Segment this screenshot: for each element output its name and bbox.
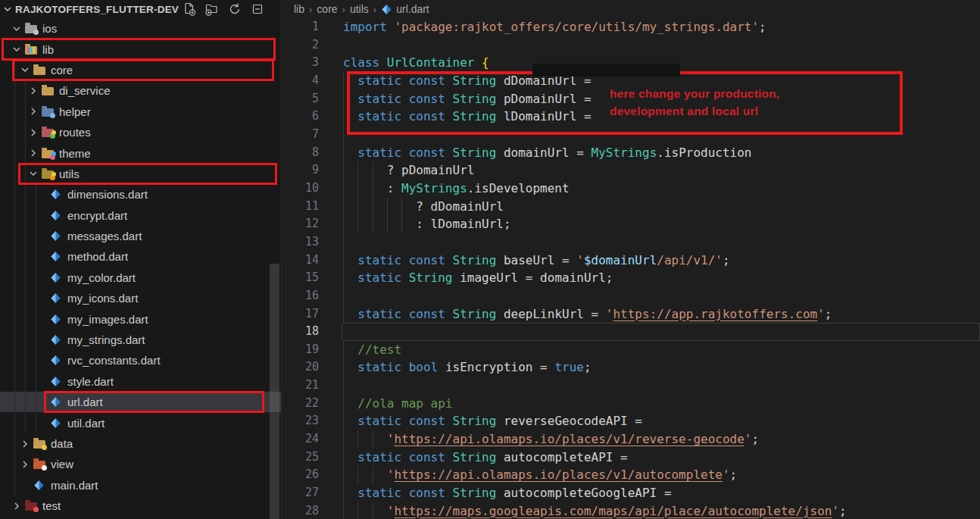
code-line-8[interactable]: 8 static const String domainUrl = MyStri… [282,144,980,162]
code-text[interactable]: ? pDomainUrl [319,161,980,180]
code-text[interactable]: class UrlContainer { [319,54,980,72]
code-text[interactable]: static const String baseUrl = '$domainUr… [319,252,980,270]
code-text[interactable]: 'https://api.olamaps.io/places/v1/autoco… [319,466,980,484]
code-text[interactable] [319,126,980,144]
chevron-down-icon[interactable] [11,23,25,35]
tree-item-method-dart[interactable]: method.dart [0,246,281,267]
code-line-17[interactable]: 17 static const String deepLinkUrl = 'ht… [282,305,980,324]
tree-item-test[interactable]: test [0,496,281,516]
code-line-24[interactable]: 24 'https://api.olamaps.io/places/v1/rev… [282,430,980,449]
tree-item-data[interactable]: data [0,433,281,454]
code-line-15[interactable]: 15 static String imageUrl = domainUrl; [282,269,980,287]
code-text[interactable]: ? dDomainUrl [319,198,980,216]
refresh-icon[interactable] [228,2,242,16]
code-line-12[interactable]: 12 : lDomainUrl; [282,215,980,233]
breadcrumb-item-lib[interactable]: lib [294,3,304,15]
tree-item-util-dart[interactable]: util.dart [0,412,281,433]
new-folder-icon[interactable] [205,2,219,16]
chevron-right-icon[interactable] [27,85,42,97]
tree-item-core[interactable]: core [0,60,281,80]
code-line-13[interactable]: 13 [282,233,980,252]
code-text[interactable]: import 'package:rajkot_offers/core/utils… [319,18,980,36]
breadcrumb-file[interactable]: url.dart [381,3,429,15]
chevron-right-icon[interactable] [27,127,42,139]
code-text[interactable] [319,377,980,395]
code-text[interactable] [319,233,980,252]
code-text[interactable] [319,36,980,55]
chevron-right-icon[interactable] [19,458,33,471]
tree-item-url-dart[interactable]: url.dart [0,392,281,412]
code-line-18[interactable]: 18 [282,323,980,341]
code-area[interactable]: here change your production, development… [282,18,980,519]
code-line-28[interactable]: 28 'https://maps.googleapis.com/maps/api… [282,502,980,519]
code-text[interactable]: static const String dDomainUrl = [319,72,980,90]
tree-item-rvc-constants-dart[interactable]: rvc_constants.dart [0,350,281,370]
code-text[interactable] [319,287,980,305]
code-line-19[interactable]: 19 //test [282,341,980,359]
chevron-right-icon[interactable] [11,500,25,512]
tree-item-lib[interactable]: lib [0,39,281,59]
collapse-folders-icon[interactable] [251,2,264,16]
code-text[interactable]: : MyStrings.isDevelopment [319,180,980,198]
code-text[interactable]: static const String lDomainUrl = [319,108,980,126]
tree-item-helper[interactable]: helper [0,102,281,122]
code-text[interactable] [319,323,980,341]
code-line-3[interactable]: 3class UrlContainer { [282,54,980,72]
tree-item-main-dart[interactable]: main.dart [0,475,281,496]
tree-item-routes[interactable]: routes [0,122,281,142]
tree-item-my-strings-dart[interactable]: my_strings.dart [0,330,281,350]
tree-item-view[interactable]: view [0,454,281,474]
code-line-14[interactable]: 14 static const String baseUrl = '$domai… [282,252,980,270]
chevron-down-icon[interactable] [19,64,33,76]
chevron-right-icon[interactable] [19,438,33,450]
explorer-section-header[interactable]: RAJKOTOFFERS_FLUTTER-DEV [0,0,281,18]
chevron-right-icon[interactable] [27,147,42,159]
code-line-2[interactable]: 2 [282,36,980,55]
code-line-1[interactable]: 1import 'package:rajkot_offers/core/util… [282,18,980,36]
code-text[interactable]: static const String autocompleteAPI = [319,449,980,467]
tree-item-di-service[interactable]: di_service [0,80,281,101]
tree-item-encrypt-dart[interactable]: encrypt.dart [0,205,281,226]
code-text[interactable]: //ola map api [319,395,980,413]
tree-item-my-color-dart[interactable]: my_color.dart [0,267,281,288]
code-text[interactable]: static const String deepLinkUrl = 'https… [319,305,980,324]
code-line-10[interactable]: 10 : MyStrings.isDevelopment [282,180,980,198]
code-text[interactable]: //test [319,341,980,359]
code-line-9[interactable]: 9 ? pDomainUrl [282,161,980,180]
code-line-26[interactable]: 26 'https://api.olamaps.io/places/v1/aut… [282,466,980,484]
breadcrumb-item-core[interactable]: core [317,3,337,15]
code-line-11[interactable]: 11 ? dDomainUrl [282,198,980,216]
code-text[interactable]: static const String domainUrl = MyString… [319,144,980,162]
tree-item-messages-dart[interactable]: messages.dart [0,226,281,246]
breadcrumb-item-utils[interactable]: utils [350,3,369,15]
code-line-20[interactable]: 20 static bool isEncryption = true; [282,358,980,377]
chevron-right-icon[interactable] [27,105,42,117]
tree-item-my-images-dart[interactable]: my_images.dart [0,308,281,329]
code-line-7[interactable]: 7 [282,126,980,144]
code-text[interactable]: static const String pDomainUrl = [319,90,980,108]
code-line-23[interactable]: 23 static const String reverseGeocodeAPI… [282,412,980,430]
code-line-25[interactable]: 25 static const String autocompleteAPI = [282,449,980,467]
code-line-5[interactable]: 5 static const String pDomainUrl = [282,90,980,108]
code-text[interactable]: static String imageUrl = domainUrl; [319,269,980,287]
tree-item-ios[interactable]: ios [0,18,281,39]
sidebar-scrollbar[interactable] [270,264,279,519]
code-line-16[interactable]: 16 [282,287,980,305]
tree-item-my-icons-dart[interactable]: my_icons.dart [0,288,281,308]
chevron-down-icon[interactable] [27,167,42,180]
code-line-27[interactable]: 27 static const String autocompleteGoogl… [282,484,980,502]
tree-item-utils[interactable]: utils [0,164,281,184]
tree-item-style-dart[interactable]: style.dart [0,371,281,392]
code-text[interactable]: static const String autocompleteGoogleAP… [319,484,980,502]
new-file-icon[interactable] [183,2,196,16]
code-line-21[interactable]: 21 [282,377,980,395]
code-text[interactable]: 'https://maps.googleapis.com/maps/api/pl… [319,502,980,519]
code-text[interactable]: static const String reverseGeocodeAPI = [319,412,980,430]
code-text[interactable]: static bool isEncryption = true; [319,358,980,377]
tree-item-dimensions-dart[interactable]: dimensions.dart [0,184,281,205]
chevron-down-icon[interactable] [11,43,25,55]
code-line-6[interactable]: 6 static const String lDomainUrl = [282,108,980,126]
code-line-4[interactable]: 4 static const String dDomainUrl = [282,72,980,90]
code-text[interactable]: 'https://api.olamaps.io/places/v1/revers… [319,430,980,449]
code-text[interactable]: : lDomainUrl; [319,215,980,233]
